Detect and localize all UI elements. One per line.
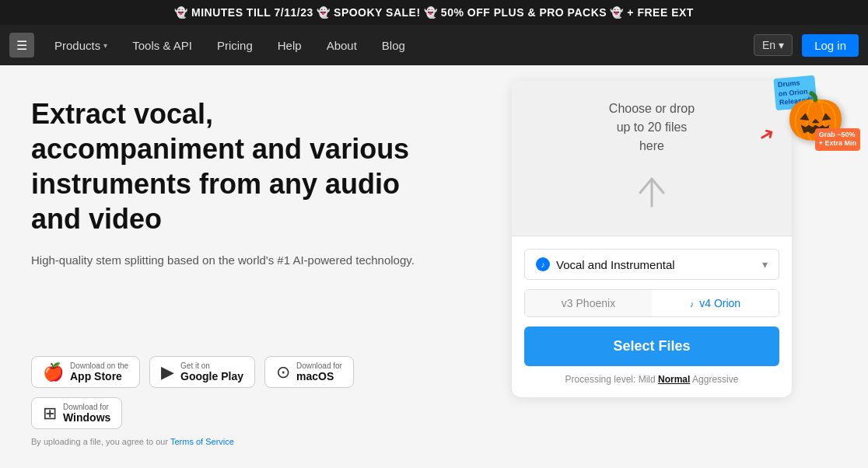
chevron-down-icon: ▾ [779, 39, 784, 51]
tab-v3[interactable]: v3 Phoenix [525, 290, 652, 316]
nav-blog[interactable]: Blog [371, 34, 416, 57]
drop-zone[interactable]: Choose or dropup to 20 fileshere [512, 81, 792, 236]
apple-icon: 🍎 [43, 362, 64, 382]
separator-dropdown[interactable]: ♪ Vocal and Instrumental ▾ [524, 249, 779, 280]
tab-v4[interactable]: ♪ v4 Orion [652, 290, 779, 316]
navbar: ☰ Products ▾ Tools & API Pricing Help Ab… [0, 25, 868, 65]
promo-label-sale: Grab −50%+ Extra Min [815, 128, 860, 151]
windows-icon: ⊞ [43, 403, 57, 424]
terms-text: By uploading a file, you agree to our Te… [31, 437, 420, 446]
hero-title: Extract vocal, accompaniment and various… [31, 96, 420, 236]
chevron-down-icon: ▾ [103, 41, 107, 50]
chevron-down-icon: ▾ [762, 258, 768, 271]
nav-about[interactable]: About [316, 34, 368, 57]
main-content: Extract vocal, accompaniment and various… [0, 65, 868, 468]
login-button[interactable]: Log in [802, 34, 859, 57]
left-panel: Extract vocal, accompaniment and various… [0, 65, 451, 468]
card-body: ♪ Vocal and Instrumental ▾ v3 Phoenix ♪ … [512, 236, 792, 397]
macos-icon: ⊙ [276, 362, 290, 382]
hamburger-icon: ☰ [16, 38, 27, 53]
terms-link[interactable]: Terms of Service [170, 437, 234, 446]
banner-text: 👻 MINUTES TILL 7/11/23 👻 SPOOKY SALE! 👻 … [174, 6, 694, 19]
promo-badge[interactable]: Drumson OrionReleased! 🎃 Grab −50%+ Extr… [775, 73, 860, 159]
google-play-icon: ▶ [161, 362, 174, 382]
upload-icon [628, 171, 675, 218]
version-tabs: v3 Phoenix ♪ v4 Orion [524, 289, 779, 317]
windows-badge[interactable]: ⊞ Download for Windows [31, 397, 122, 429]
macos-badge[interactable]: ⊙ Download for macOS [264, 356, 354, 388]
orion-icon: ♪ [690, 299, 695, 309]
separator-label-text: Vocal and Instrumental [556, 258, 675, 271]
nav-pricing[interactable]: Pricing [206, 34, 264, 57]
nav-help[interactable]: Help [267, 34, 313, 57]
nav-products[interactable]: Products ▾ [44, 34, 118, 57]
hamburger-button[interactable]: ☰ [9, 33, 34, 58]
upload-card: Choose or dropup to 20 fileshere ♪ Vocal… [512, 81, 792, 397]
promo-banner: 👻 MINUTES TILL 7/11/23 👻 SPOOKY SALE! 👻 … [0, 0, 868, 25]
drop-zone-text: Choose or dropup to 20 fileshere [609, 100, 695, 155]
language-selector[interactable]: En ▾ [754, 34, 793, 56]
nav-tools[interactable]: Tools & API [121, 34, 203, 57]
processing-normal[interactable]: Normal [658, 374, 690, 385]
google-play-badge[interactable]: ▶ Get it on Google Play [149, 356, 255, 388]
processing-aggressive[interactable]: Aggressive [692, 374, 738, 385]
right-panel: Choose or dropup to 20 fileshere ♪ Vocal… [451, 65, 868, 468]
app-badges: 🍎 Download on the App Store ▶ Get it on … [31, 356, 420, 429]
separator-icon: ♪ [536, 257, 550, 271]
processing-mild[interactable]: Mild [639, 374, 656, 385]
hero-subtitle: High-quality stem splitting based on the… [31, 252, 420, 270]
select-files-button[interactable]: Select Files [524, 327, 779, 366]
processing-level: Processing level: Mild Normal Aggressive [524, 374, 779, 385]
app-store-badge[interactable]: 🍎 Download on the App Store [31, 356, 140, 388]
